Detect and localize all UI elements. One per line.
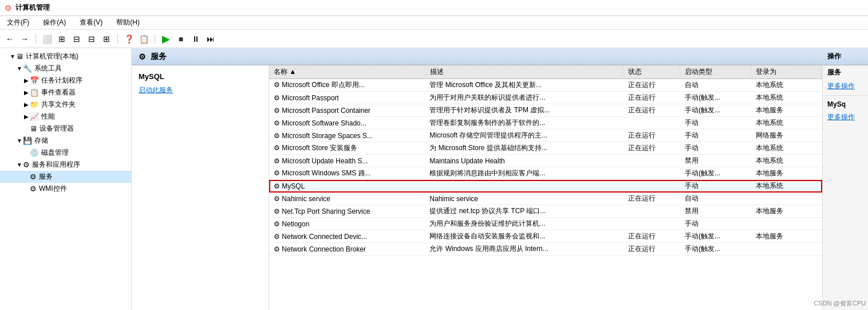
- right-action-more2[interactable]: 更多操作: [823, 111, 868, 124]
- table-row[interactable]: ⚙ Netlogon为用户和服务身份验证维护此计算机...手动: [269, 218, 822, 230]
- expand-storage[interactable]: ▼: [16, 138, 23, 144]
- toolbar-btn3[interactable]: ⊟: [70, 33, 83, 45]
- service-name-cell: ⚙ MySQL: [269, 180, 425, 193]
- service-startup-cell: 手动(触发...: [680, 230, 751, 243]
- sidebar-item-disk-mgmt[interactable]: 💿 磁盘管理: [0, 147, 131, 159]
- table-row[interactable]: ⚙ Microsoft Passport Container管理用于针对标识提供…: [269, 104, 822, 117]
- expand-device-mgr: [23, 125, 30, 132]
- toolbar-btn2[interactable]: ⊞: [56, 33, 68, 45]
- service-startup-cell: 禁用: [680, 205, 751, 218]
- sidebar-item-performance[interactable]: ▶ 📈 性能: [0, 111, 131, 123]
- sidebar-label-performance: 性能: [41, 112, 55, 121]
- service-startup-cell: 手动(触发...: [680, 92, 751, 104]
- menu-action[interactable]: 操作(A): [41, 17, 68, 29]
- sidebar-item-shared-folders[interactable]: ▶ 📁 共享文件夹: [0, 99, 131, 111]
- table-row[interactable]: ⚙ Microsoft Windows SMS 路...根据规则将消息路由中到相…: [269, 167, 822, 180]
- expand-root[interactable]: ▼: [9, 53, 16, 60]
- service-startup-cell: 手动: [680, 130, 751, 142]
- table-row[interactable]: ⚙ Microsoft Passport为用于对用户关联的标识提供者进行...正…: [269, 92, 822, 104]
- service-name-cell: ⚙ Microsoft Software Shado...: [269, 117, 425, 130]
- sidebar-item-storage[interactable]: ▼ 💾 存储: [0, 135, 131, 147]
- toolbar-stop[interactable]: ■: [175, 33, 187, 45]
- sidebar-label-services-apps: 服务和应用程序: [32, 160, 80, 170]
- col-header-name[interactable]: 名称 ▲: [269, 65, 425, 79]
- right-action-more1[interactable]: 更多操作: [823, 80, 868, 93]
- col-header-startup[interactable]: 启动类型: [680, 65, 751, 79]
- app-icon: ⚙: [5, 3, 12, 13]
- toolbar-btn5[interactable]: ⊞: [100, 33, 113, 45]
- sidebar-item-device-mgr[interactable]: 🖥 设备管理器: [0, 123, 131, 135]
- service-status-cell: [624, 205, 680, 218]
- service-name-cell: ⚙ Microsoft Storage Spaces S...: [269, 130, 425, 142]
- sidebar-item-task-sched[interactable]: ▶ 📅 任务计划程序: [0, 74, 131, 87]
- table-row[interactable]: ⚙ Microsoft Office 即点即用...管理 Microsoft O…: [269, 79, 822, 92]
- toolbar-btn4[interactable]: ⊟: [85, 33, 98, 45]
- toolbar-help[interactable]: ❓: [123, 33, 135, 45]
- toolbar-back[interactable]: ←: [3, 33, 16, 45]
- service-desc-cell: 提供通过 net.tcp 协议共享 TCP 端口...: [425, 205, 624, 218]
- service-name-cell: ⚙ Network Connected Devic...: [269, 230, 425, 243]
- sidebar-item-event-viewer[interactable]: ▶ 📋 事件查看器: [0, 87, 131, 99]
- service-gear-icon: ⚙: [274, 132, 280, 140]
- table-row[interactable]: ⚙ Microsoft Update Health S...Maintains …: [269, 155, 822, 167]
- title-bar-text: 计算机管理: [15, 3, 50, 13]
- service-startup-cell: 手动(触发...: [680, 167, 751, 180]
- toolbar-sep1: [35, 34, 36, 44]
- menu-help[interactable]: 帮助(H): [114, 17, 142, 29]
- table-area[interactable]: 名称 ▲ 描述 状态 启动类型 登录为 ⚙ Microsoft Office 即…: [269, 65, 822, 310]
- toolbar: ← → ⬜ ⊞ ⊟ ⊟ ⊞ ❓ 📋 ▶ ■ ⏸ ⏭: [0, 30, 868, 48]
- table-row[interactable]: ⚙ Microsoft Software Shado...管理卷影复制服务制作的…: [269, 117, 822, 130]
- service-name-cell: ⚙ Nahimic service: [269, 193, 425, 205]
- table-row[interactable]: ⚙ Microsoft Storage Spaces S...Microsoft…: [269, 130, 822, 142]
- sidebar-item-services-apps[interactable]: ▼ ⚙ 服务和应用程序: [0, 159, 131, 171]
- expand-shared-folders[interactable]: ▶: [23, 101, 30, 108]
- service-desc-cell: Nahimic service: [425, 193, 624, 205]
- sidebar-label-shared-folders: 共享文件夹: [41, 100, 76, 109]
- expand-performance[interactable]: ▶: [23, 113, 30, 120]
- right-panel-title: 操作: [827, 52, 841, 61]
- sidebar-root[interactable]: ▼ 🖥 计算机管理(本地): [0, 50, 131, 62]
- service-status-cell: [624, 218, 680, 230]
- service-status-cell: 正在运行: [624, 142, 680, 155]
- toolbar-btn1[interactable]: ⬜: [41, 33, 53, 45]
- col-header-desc[interactable]: 描述: [425, 65, 624, 79]
- service-status-cell: 正在运行: [624, 130, 680, 142]
- sidebar-item-wmi[interactable]: ⚙ WMI控件: [0, 183, 131, 195]
- menu-bar: 文件(F) 操作(A) 查看(V) 帮助(H): [0, 16, 868, 30]
- table-row[interactable]: ⚙ Network Connection Broker允许 Windows 应用…: [269, 243, 822, 256]
- table-row[interactable]: ⚙ Nahimic serviceNahimic service正在运行自动: [269, 193, 822, 205]
- start-service-link[interactable]: 启动此服务: [139, 86, 173, 94]
- expand-task-sched[interactable]: ▶: [23, 77, 30, 84]
- service-status-cell: [624, 167, 680, 180]
- services-icon: ⚙: [30, 172, 37, 181]
- services-apps-icon: ⚙: [23, 160, 30, 169]
- col-header-status[interactable]: 状态: [624, 65, 680, 79]
- expand-services-apps[interactable]: ▼: [16, 162, 23, 168]
- toolbar-btn6[interactable]: 📋: [137, 33, 150, 45]
- table-row[interactable]: ⚙ Network Connected Devic...网络连接设备自动安装服务…: [269, 230, 822, 243]
- sidebar-item-sys-tools[interactable]: ▼ 🔧 系统工具: [0, 62, 131, 74]
- table-row[interactable]: ⚙ MySQL手动本地系统: [269, 180, 822, 193]
- toolbar-pause[interactable]: ⏸: [190, 33, 202, 45]
- menu-view[interactable]: 查看(V): [77, 17, 105, 29]
- expand-sys-tools[interactable]: ▼: [16, 65, 23, 72]
- toolbar-forward[interactable]: →: [18, 33, 31, 45]
- toolbar-step[interactable]: ⏭: [204, 33, 217, 45]
- service-desc-cell: 根据规则将消息路由中到相应客户端...: [425, 167, 624, 180]
- table-row[interactable]: ⚙ Net.Tcp Port Sharing Service提供通过 net.t…: [269, 205, 822, 218]
- toolbar-play[interactable]: ▶: [160, 33, 172, 45]
- expand-event-viewer[interactable]: ▶: [23, 89, 30, 96]
- toolbar-sep2: [117, 34, 118, 44]
- service-desc-cell: 管理用于针对标识提供者及 TPM 虚拟...: [425, 104, 624, 117]
- service-desc-cell: 网络连接设备自动安装服务会监视和...: [425, 230, 624, 243]
- sidebar-label-event-viewer: 事件查看器: [41, 88, 76, 97]
- menu-file[interactable]: 文件(F): [5, 17, 31, 29]
- col-header-logon[interactable]: 登录为: [751, 65, 822, 79]
- storage-icon: 💾: [23, 136, 32, 145]
- service-logon-cell: [751, 193, 822, 205]
- sidebar-item-services[interactable]: ⚙ 服务: [0, 171, 131, 183]
- service-gear-icon: ⚙: [274, 94, 280, 102]
- table-row[interactable]: ⚙ Microsoft Store 安装服务为 Microsoft Store …: [269, 142, 822, 155]
- event-viewer-icon: 📋: [30, 88, 39, 97]
- service-desc-cell: 为用于对用户关联的标识提供者进行...: [425, 92, 624, 104]
